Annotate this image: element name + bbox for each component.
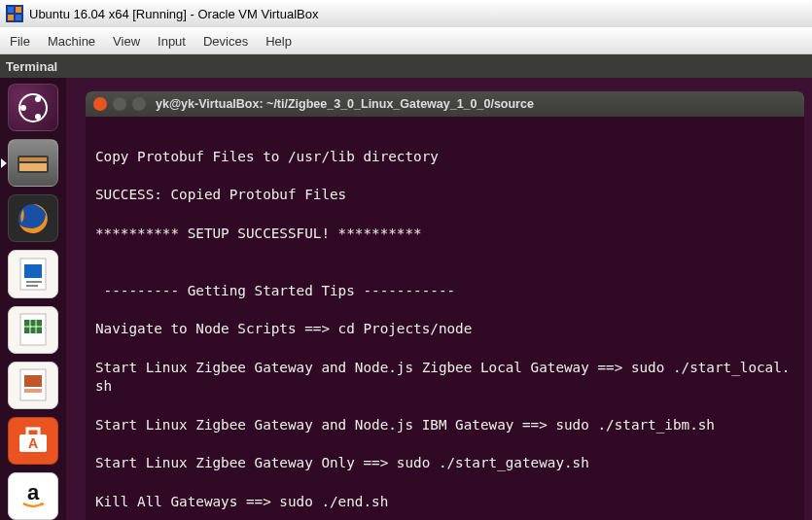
window-maximize-icon[interactable] [132, 97, 146, 111]
terminal-body[interactable]: Copy Protobuf Files to /usr/lib director… [86, 117, 804, 520]
ubuntu-software-icon: A [16, 425, 51, 456]
svg-rect-24 [24, 389, 42, 393]
libreoffice-writer-icon [17, 255, 50, 294]
launcher-writer[interactable] [8, 250, 58, 297]
svg-rect-4 [16, 15, 21, 20]
svg-rect-14 [24, 264, 42, 278]
svg-point-8 [35, 114, 41, 120]
window-minimize-icon[interactable] [113, 97, 126, 111]
vbox-logo-icon [6, 5, 23, 22]
launcher-calc[interactable] [8, 306, 58, 354]
vbox-menu-view[interactable]: View [113, 34, 140, 49]
ubuntu-top-panel: Terminal [0, 54, 812, 78]
vbox-window-title: Ubuntu 16.04 x64 [Running] - Oracle VM V… [29, 7, 318, 21]
libreoffice-impress-icon [17, 365, 50, 404]
launcher-software[interactable]: A [8, 417, 58, 465]
vbox-menu-file[interactable]: File [10, 34, 30, 49]
svg-point-6 [20, 105, 26, 111]
launcher-active-indicator-icon [1, 158, 7, 168]
vbox-menu-help[interactable]: Help [265, 34, 292, 49]
window-close-icon[interactable] [93, 97, 107, 111]
terminal-window: yk@yk-VirtualBox: ~/ti/Zigbee_3_0_Linux_… [86, 91, 804, 520]
terminal-titlebar[interactable]: yk@yk-VirtualBox: ~/ti/Zigbee_3_0_Linux_… [86, 91, 804, 117]
launcher-files[interactable] [8, 139, 58, 187]
firefox-icon [14, 199, 53, 238]
ubuntu-top-app-label: Terminal [6, 59, 57, 74]
terminal-title: yk@yk-VirtualBox: ~/ti/Zigbee_3_0_Linux_… [156, 97, 534, 111]
vbox-menubar: File Machine View Input Devices Help [0, 27, 812, 54]
ubuntu-launcher: A a [0, 78, 66, 520]
terminal-output: Copy Protobuf Files to /usr/lib director… [95, 149, 790, 520]
svg-text:A: A [28, 435, 38, 451]
launcher-firefox[interactable] [8, 194, 58, 242]
svg-rect-10 [19, 157, 47, 161]
launcher-dash[interactable] [8, 84, 58, 131]
ubuntu-logo-icon [17, 91, 50, 124]
vbox-titlebar: Ubuntu 16.04 x64 [Running] - Oracle VM V… [0, 0, 812, 27]
svg-rect-11 [19, 163, 47, 171]
launcher-amazon[interactable]: a [8, 472, 58, 520]
vbox-menu-input[interactable]: Input [158, 34, 186, 49]
amazon-icon: a [16, 478, 51, 513]
ubuntu-guest-display: Terminal [0, 54, 812, 520]
launcher-impress[interactable] [8, 362, 58, 409]
svg-rect-1 [8, 7, 14, 13]
svg-rect-23 [24, 375, 42, 387]
vbox-menu-machine[interactable]: Machine [48, 34, 95, 49]
svg-point-7 [35, 96, 41, 102]
svg-rect-2 [16, 7, 21, 13]
svg-rect-3 [8, 15, 14, 20]
libreoffice-calc-icon [17, 310, 50, 349]
vbox-menu-devices[interactable]: Devices [203, 34, 248, 49]
svg-text:a: a [27, 480, 40, 504]
workspace: yk@yk-VirtualBox: ~/ti/Zigbee_3_0_Linux_… [66, 78, 812, 520]
files-icon [16, 150, 51, 177]
